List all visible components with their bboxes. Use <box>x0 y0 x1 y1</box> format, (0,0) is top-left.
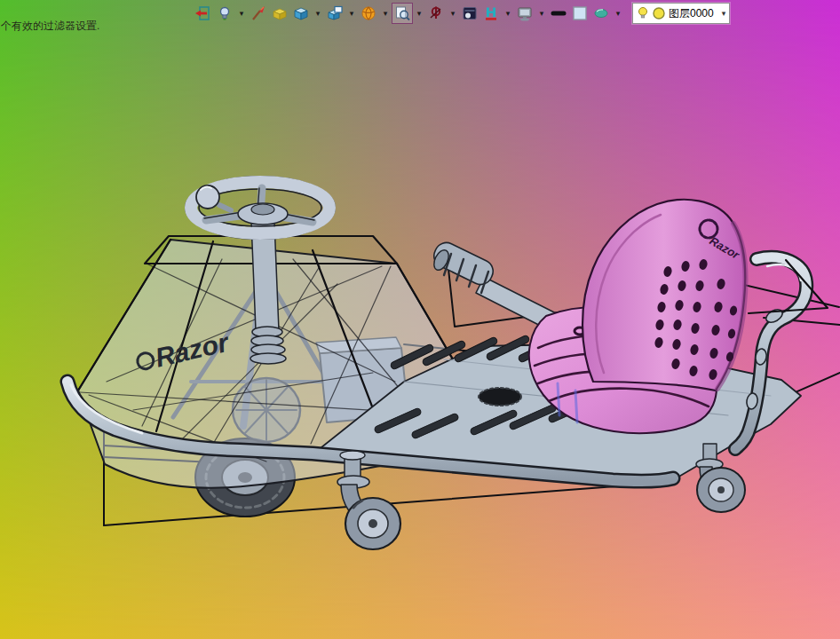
layer-bulb-icon <box>637 5 649 21</box>
lens-shade-icon <box>592 4 610 22</box>
cube-dropdown-arrow[interactable]: ▾ <box>313 4 323 23</box>
orange-sphere-button[interactable] <box>359 4 378 23</box>
solid-cube-icon <box>292 4 310 22</box>
color-swatch-button[interactable] <box>570 4 590 23</box>
brush-appearance-icon <box>250 4 267 22</box>
cube-window-button[interactable] <box>325 4 345 23</box>
cube-window-dropdown-arrow[interactable]: ▾ <box>346 4 357 23</box>
section-pin-icon <box>427 4 445 22</box>
dimension-dropdown-arrow[interactable]: ▾ <box>503 4 513 23</box>
section-dropdown-arrow[interactable]: ▾ <box>448 4 458 23</box>
appearance-brush-button[interactable] <box>249 4 268 23</box>
lens-shade-button[interactable] <box>591 4 611 23</box>
orange-sphere-icon <box>360 4 377 22</box>
section-pin-button[interactable] <box>426 4 446 23</box>
line-thickness-button[interactable] <box>549 4 568 23</box>
light-toggle-icon <box>216 4 234 22</box>
status-message: 个有效的过滤器设置. <box>1 19 99 34</box>
lens-dropdown-arrow[interactable]: ▾ <box>613 4 623 23</box>
viewport-canvas[interactable]: Razor <box>0 0 840 639</box>
material-box-icon <box>271 4 289 22</box>
layer-selector[interactable]: 图层0000 ▾ <box>632 3 730 24</box>
display-monitor-button[interactable] <box>515 4 535 23</box>
dimension-h-button[interactable] <box>481 4 501 23</box>
light-dropdown-arrow[interactable]: ▾ <box>236 4 247 23</box>
color-swatch-icon <box>571 4 589 22</box>
render-scene-button[interactable] <box>460 4 479 23</box>
display-dropdown-arrow[interactable]: ▾ <box>536 4 547 23</box>
sphere-dropdown-arrow[interactable]: ▾ <box>380 4 391 23</box>
cube-window-icon <box>326 4 344 22</box>
zoom-preview-icon <box>393 4 411 22</box>
material-box-button[interactable] <box>270 4 289 23</box>
3d-viewport[interactable]: Razor <box>0 0 840 639</box>
layer-color-icon <box>652 6 666 20</box>
layer-dropdown-arrow[interactable]: ▾ <box>722 9 726 18</box>
light-toggle-button[interactable] <box>215 4 234 23</box>
exit-environment-icon <box>194 4 212 22</box>
exit-environment-button[interactable] <box>194 4 213 23</box>
render-scene-icon <box>461 4 479 22</box>
display-monitor-icon <box>516 4 534 22</box>
spinner-knob <box>196 185 219 209</box>
line-thickness-icon <box>550 4 567 22</box>
zoom-preview-dropdown-arrow[interactable]: ▾ <box>414 4 424 23</box>
solid-cube-button[interactable] <box>291 4 311 23</box>
view-toolbar: ▾ ▾ ▾ <box>194 3 730 24</box>
cad-application-window: { "status_bar": { "message": "个有效的过滤器设置.… <box>0 0 840 639</box>
layer-name-label: 图层0000 <box>669 6 714 21</box>
zoom-preview-button[interactable] <box>392 4 412 23</box>
dimension-h-icon <box>482 4 500 22</box>
